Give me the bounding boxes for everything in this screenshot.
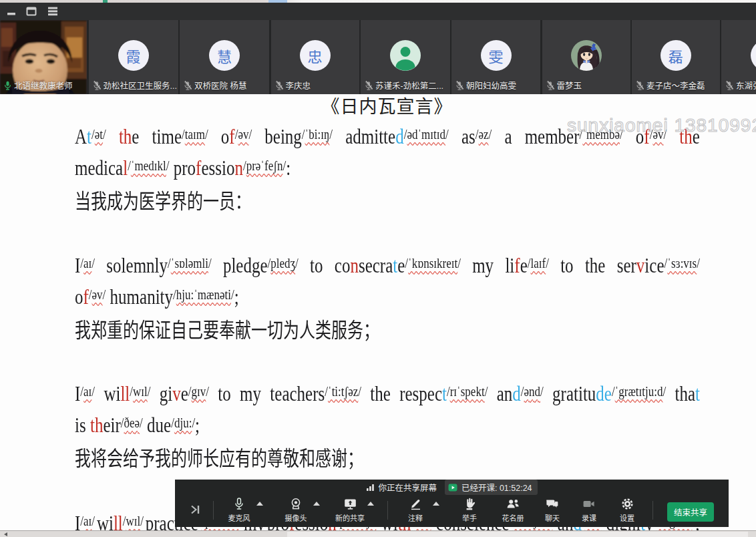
phonetic-superscript: /taɪm/ bbox=[182, 127, 208, 143]
toolbar-divider bbox=[652, 501, 653, 520]
phonetic-superscript: /ˈgrætɪtju:d/ bbox=[612, 384, 666, 400]
letter-run: the bbox=[370, 382, 391, 405]
settings-gear-icon bbox=[621, 498, 634, 510]
letter-run: v bbox=[636, 254, 645, 277]
toolbar-button-label: 举手 bbox=[448, 512, 491, 523]
initial-avatar: 慧 bbox=[209, 40, 240, 71]
toolbar-button-label: 麦克风 bbox=[218, 512, 260, 523]
letter-run: pro bbox=[174, 156, 196, 179]
letter-run: medica bbox=[75, 156, 123, 179]
letter-run: admitte bbox=[345, 125, 395, 148]
phonetic-superscript: /aɪ/ bbox=[80, 514, 95, 530]
participant-tile[interactable]: 慧双桥医院 杨慧 bbox=[180, 20, 269, 94]
scroll-left-arrow-icon[interactable] bbox=[4, 532, 7, 536]
phonetic-superscript: /rɪˈspekt/ bbox=[447, 384, 488, 400]
avatar-initial: 慧 bbox=[217, 45, 232, 66]
participant-tile[interactable]: 北语继教康老师 bbox=[0, 20, 87, 94]
doc-word: of/əv/ bbox=[75, 285, 106, 308]
annotate-pencil-icon bbox=[409, 498, 422, 510]
ipa-slash: / bbox=[205, 127, 208, 143]
sharing-status-row: 你正在共享屏幕已经开课: 01:52:24 bbox=[175, 480, 729, 495]
letter-run: de bbox=[596, 382, 612, 405]
doc-word: At/ət/ bbox=[75, 125, 106, 148]
ipa-text: əv bbox=[238, 127, 248, 143]
sharing-status-text: 你正在共享屏幕 bbox=[378, 481, 437, 494]
participant-tile[interactable]: 苏谨禾-劲松第二... bbox=[361, 20, 450, 94]
doc-word: time/taɪm/ bbox=[152, 125, 208, 148]
collapse-panel-icon bbox=[190, 504, 201, 515]
dropdown-arrow-icon[interactable] bbox=[433, 502, 439, 506]
mic-off-icon bbox=[93, 81, 101, 90]
toolbar-button-microphone[interactable]: 麦克风 bbox=[218, 496, 260, 526]
toolbar-button-settings-gear[interactable]: 设置 bbox=[606, 496, 648, 526]
ipa-text: ət bbox=[95, 127, 103, 143]
phonetic-superscript: /prəˈfeʃn/ bbox=[243, 158, 286, 174]
participant-name: 苏谨禾-劲松第二... bbox=[375, 79, 443, 92]
letter-run: essio bbox=[201, 156, 234, 179]
toolbar-button-annotate-pencil[interactable]: 注释 bbox=[394, 496, 437, 526]
ipa-slash: / bbox=[148, 384, 151, 400]
participant-name: 麦子店～李金磊 bbox=[646, 79, 705, 92]
ipa-slash: / bbox=[457, 256, 461, 272]
dropdown-arrow-icon[interactable] bbox=[367, 502, 374, 506]
participant-tile[interactable]: 磊麦子店～李金磊 bbox=[632, 20, 720, 94]
phonetic-superscript: /aɪ/ bbox=[80, 384, 95, 400]
toolbar-button-camera[interactable]: 摄像头 bbox=[274, 496, 317, 526]
collapse-toolbar-button[interactable] bbox=[190, 504, 201, 518]
dropdown-arrow-icon[interactable] bbox=[256, 502, 263, 506]
letter-run: a bbox=[504, 125, 512, 148]
toolbar-button-roster-people[interactable]: 花名册 bbox=[492, 496, 534, 526]
letter-run: is bbox=[75, 413, 86, 436]
mic-off-icon bbox=[275, 81, 283, 90]
doc-word: to bbox=[218, 382, 230, 405]
doc-word: being/ˈbi:ɪŋ/ bbox=[264, 125, 333, 148]
letter-run: to bbox=[560, 254, 573, 277]
doc-line-english: I/aɪ/will/wɪl/give/gɪv/tomyteachers/ˈti:… bbox=[75, 382, 700, 405]
participant-name: 朝阳妇幼高雯 bbox=[466, 79, 516, 92]
participant-namebar: 北语继教康老师 bbox=[4, 79, 73, 92]
mic-off-icon bbox=[725, 81, 733, 90]
cartoon-girl-avatar bbox=[571, 40, 602, 71]
doc-word: to bbox=[310, 254, 323, 277]
participant-tile[interactable]: 霞劲松社区卫生服务... bbox=[89, 20, 178, 94]
end-share-button[interactable]: 结束共享 bbox=[667, 502, 714, 522]
toolbar-button-record-video[interactable]: 录课 bbox=[568, 496, 610, 526]
initial-avatar: 磊 bbox=[660, 40, 691, 71]
doc-line-chinese: 我郑重的保证自己要奉献一切为人类服务； bbox=[75, 314, 379, 343]
letter-run: ice bbox=[644, 254, 664, 277]
participant-namebar: 苏谨禾-劲松第二... bbox=[365, 79, 443, 92]
ipa-slash: / bbox=[248, 127, 252, 143]
scrollbar-thumb[interactable] bbox=[287, 532, 748, 537]
ipa-slash: / bbox=[540, 384, 544, 400]
participant-tile[interactable]: 忠李庆忠 bbox=[271, 20, 359, 94]
ipa-text: wɪl bbox=[133, 384, 148, 400]
ipa-slash: / bbox=[91, 514, 95, 530]
dropdown-arrow-icon[interactable] bbox=[313, 502, 320, 506]
ipa-slash: / bbox=[358, 384, 361, 400]
participant-name: 李庆忠 bbox=[286, 79, 311, 92]
participant-namebar: 东湖张 bbox=[725, 79, 756, 92]
doc-word: gratitude/ˈgrætɪtju:d/ bbox=[552, 382, 666, 405]
phonetic-superscript: /pledʒ/ bbox=[268, 256, 299, 272]
doc-word: humanity/hju:ˈmænəti/; bbox=[110, 285, 239, 308]
letter-run: d bbox=[512, 382, 521, 405]
doc-word: will/wɪl/ bbox=[104, 382, 150, 405]
ipa-text: taɪm bbox=[185, 127, 205, 143]
ipa-slash: / bbox=[329, 127, 333, 143]
doc-line-english: is their/ðeə/ due/dju:/; bbox=[75, 413, 700, 437]
doc-word: I/aɪ/ bbox=[75, 382, 95, 405]
participant-tile[interactable]: 东湖张 bbox=[721, 20, 756, 94]
letter-run: tha bbox=[675, 382, 696, 405]
raise-hand-icon bbox=[463, 498, 476, 510]
bottom-scrollbar[interactable] bbox=[0, 530, 756, 537]
ipa-slash: / bbox=[166, 158, 170, 174]
phonetic-superscript: /gɪv/ bbox=[188, 384, 209, 400]
toolbar-button-raise-hand[interactable]: 举手 bbox=[448, 496, 491, 526]
toolbar-button-share-screen[interactable]: 新的共享 bbox=[329, 496, 371, 526]
ipa-text: ˈsɜ:vɪs bbox=[667, 256, 697, 272]
participant-tile[interactable]: 雯朝阳妇幼高雯 bbox=[451, 20, 540, 94]
participant-tile[interactable]: 雷梦玉 bbox=[542, 20, 630, 94]
ipa-text: aɪ bbox=[83, 384, 91, 400]
toolbar-divider bbox=[387, 501, 388, 520]
doc-line-english: of/əv/ humanity/hju:ˈmænəti/; bbox=[75, 285, 700, 309]
